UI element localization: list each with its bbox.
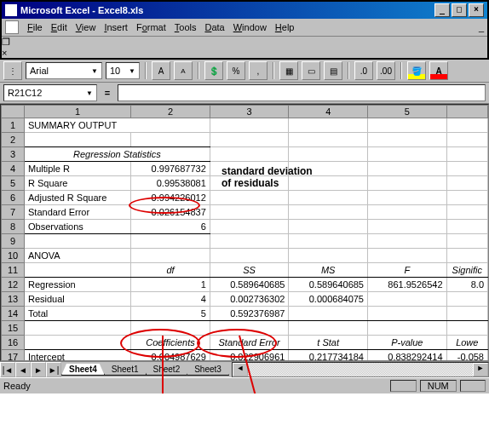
row-header[interactable]: 7 <box>2 205 25 220</box>
scroll-left-button[interactable]: ◄ <box>233 363 248 376</box>
cell[interactable]: 0.022906961 <box>210 350 289 362</box>
cell[interactable]: Regression <box>25 278 131 292</box>
row-header[interactable]: 1 <box>2 118 25 133</box>
menu-insert[interactable]: Insert <box>104 22 128 32</box>
font-select[interactable]: Arial ▼ <box>26 62 102 79</box>
cell[interactable]: 0.838292414 <box>367 350 446 362</box>
menu-view[interactable]: View <box>76 22 96 32</box>
cell[interactable]: Intercept <box>25 350 131 362</box>
sheet-tab[interactable]: Sheet3 <box>187 364 229 376</box>
row-header[interactable]: 10 <box>2 249 25 263</box>
cell[interactable]: Adjusted R Square <box>25 191 131 205</box>
toolbar-handle[interactable]: ⋮ <box>3 61 22 80</box>
tab-first-button[interactable]: |◄ <box>0 362 15 377</box>
menu-data[interactable]: Data <box>204 22 224 32</box>
row-header[interactable]: 11 <box>2 263 25 278</box>
row-header[interactable]: 14 <box>2 307 25 321</box>
titlebar[interactable]: Microsoft Excel - Excel8.xls _ □ × <box>2 2 487 19</box>
cell[interactable]: SUMMARY OUTPUT <box>25 118 210 133</box>
percent-button[interactable]: % <box>227 61 245 80</box>
menu-tools[interactable]: Tools <box>175 22 197 32</box>
formula-equals[interactable]: = <box>99 88 116 98</box>
tab-prev-button[interactable]: ◄ <box>15 362 31 377</box>
merge-button[interactable]: ▭ <box>302 61 320 80</box>
cell[interactable]: 0.994226012 <box>131 191 210 205</box>
comma-button[interactable]: , <box>249 61 268 80</box>
row-header[interactable]: 16 <box>2 336 25 350</box>
document-icon[interactable] <box>5 20 19 34</box>
cell[interactable]: t Stat <box>289 336 368 350</box>
col-header[interactable]: 3 <box>210 106 289 118</box>
cell[interactable]: 861.9526542 <box>367 278 446 292</box>
row-header[interactable]: 15 <box>2 321 25 336</box>
menu-format[interactable]: Format <box>136 22 166 32</box>
cell[interactable]: Observations <box>25 220 131 234</box>
row-header[interactable]: 8 <box>2 220 25 234</box>
sheet-tab[interactable]: Sheet1 <box>104 364 147 376</box>
cell[interactable]: 0.997687732 <box>131 162 210 176</box>
cell[interactable]: Regression Statistics <box>25 147 210 162</box>
menu-file[interactable]: File <box>27 22 43 32</box>
cell[interactable]: Coefficients <box>131 336 210 350</box>
row-header[interactable]: 4 <box>2 162 25 176</box>
cell[interactable]: 8.0 <box>446 278 487 292</box>
horizontal-scrollbar[interactable]: ◄ ► <box>232 362 489 377</box>
row-header[interactable]: 5 <box>2 176 25 191</box>
menu-window[interactable]: Window <box>233 22 267 32</box>
col-header[interactable]: 4 <box>289 106 368 118</box>
currency-button[interactable]: 💲 <box>204 61 223 80</box>
cell[interactable]: Total <box>25 307 131 321</box>
row-header[interactable]: 9 <box>2 234 25 249</box>
cell[interactable]: SS <box>210 263 289 278</box>
borders-button[interactable]: ▦ <box>279 61 298 80</box>
cell[interactable]: MS <box>289 263 368 278</box>
scroll-right-button[interactable]: ► <box>473 363 488 376</box>
cell[interactable]: Lowe <box>446 336 487 350</box>
cell[interactable]: -0.058 <box>446 350 487 362</box>
cell[interactable]: Standard Error <box>210 336 289 350</box>
cell[interactable]: Residual <box>25 292 131 307</box>
grid-button[interactable]: ▤ <box>324 61 342 80</box>
font-color-button[interactable]: A <box>429 61 448 80</box>
minimize-button[interactable]: _ <box>434 3 450 17</box>
name-box[interactable]: R21C12 ▼ <box>3 84 97 101</box>
cell[interactable]: 0.589640685 <box>289 278 368 292</box>
sheet-tab[interactable]: Sheet2 <box>146 364 188 376</box>
maximize-button[interactable]: □ <box>452 3 467 17</box>
menu-help[interactable]: Help <box>275 22 295 32</box>
font-size-select[interactable]: 10 ▼ <box>106 62 140 79</box>
cell[interactable]: 4 <box>131 292 210 307</box>
cell[interactable]: 0.000684075 <box>289 292 368 307</box>
cell[interactable]: 0.026154837 <box>131 205 210 220</box>
spreadsheet-grid[interactable]: 1 2 3 4 5 1 SUMMARY OUTPUT 2 3 Regressio… <box>1 105 488 361</box>
cell[interactable]: R Square <box>25 176 131 191</box>
close-button[interactable]: × <box>469 3 484 17</box>
cell[interactable]: P-value <box>367 336 446 350</box>
cell[interactable]: 0.589640685 <box>210 278 289 292</box>
sheet-tab[interactable]: Sheet4 <box>61 364 105 376</box>
row-header[interactable]: 12 <box>2 278 25 292</box>
col-header[interactable]: 2 <box>131 106 210 118</box>
cell[interactable]: Multiple R <box>25 162 131 176</box>
cell[interactable]: 0.592376987 <box>210 307 289 321</box>
cell[interactable]: Standard Error <box>25 205 131 220</box>
row-header[interactable]: 3 <box>2 147 25 162</box>
row-header[interactable]: 13 <box>2 292 25 307</box>
fill-color-button[interactable]: 🪣 <box>407 61 426 80</box>
cell[interactable]: 1 <box>131 278 210 292</box>
cell[interactable]: F <box>367 263 446 278</box>
formula-bar[interactable] <box>118 84 486 101</box>
cell[interactable]: 5 <box>131 307 210 321</box>
cell[interactable]: 0.002736302 <box>210 292 289 307</box>
doc-close-button[interactable]: × <box>2 48 487 58</box>
col-header[interactable]: 5 <box>367 106 446 118</box>
row-header[interactable]: 6 <box>2 191 25 205</box>
cell[interactable]: 0.004987629 <box>131 350 210 362</box>
doc-restore-button[interactable]: ❐ <box>2 37 487 48</box>
cell[interactable]: df <box>131 263 210 278</box>
doc-minimize-button[interactable]: _ <box>479 22 484 32</box>
cell[interactable]: 0.217734184 <box>289 350 368 362</box>
col-header[interactable]: 1 <box>25 106 131 118</box>
font-grow-button[interactable]: A <box>152 61 170 80</box>
worksheet-area[interactable]: 1 2 3 4 5 1 SUMMARY OUTPUT 2 3 Regressio… <box>0 104 489 361</box>
